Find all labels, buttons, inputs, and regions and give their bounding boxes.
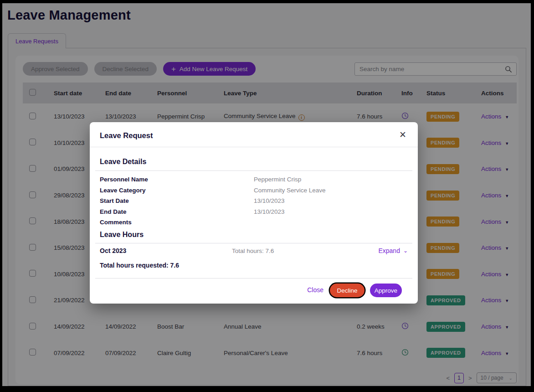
expand-link[interactable]: Expand ⌄ — [378, 247, 408, 254]
field-value: 13/10/2023 — [254, 197, 285, 204]
modal-field-row: Comments — [100, 217, 408, 228]
modal-field-row: Personnel NamePeppermint Crisp — [100, 174, 408, 185]
field-label: Personnel Name — [100, 176, 254, 183]
leave-hours-divider — [95, 243, 412, 243]
modal-header-divider — [90, 147, 418, 147]
field-label: End Date — [100, 208, 254, 215]
leave-request-modal: Leave Request ✕ Leave Details Personnel … — [90, 122, 418, 304]
modal-footer: Close Decline Approve — [90, 284, 418, 297]
modal-field-row: Start Date13/10/2023 — [100, 196, 408, 206]
decline-button[interactable]: Decline — [330, 284, 365, 297]
field-label: Comments — [100, 219, 254, 226]
total-hours-requested: Total hours requested: 7.6 — [100, 262, 179, 269]
hours-total: Total hours: 7.6 — [232, 248, 274, 254]
field-value: Community Service Leave — [254, 187, 326, 194]
hours-month: Oct 2023 — [100, 247, 126, 254]
field-value: Peppermint Crisp — [254, 176, 301, 183]
leave-management-page: Leave Management Leave Requests Approve … — [2, 3, 531, 386]
modal-field-row: End Date13/10/2023 — [100, 206, 408, 217]
field-label: Leave Category — [100, 187, 254, 194]
leave-details-divider — [95, 170, 412, 171]
approve-button[interactable]: Approve — [370, 284, 402, 297]
chevron-down-icon: ⌄ — [403, 248, 408, 254]
expand-label: Expand — [378, 247, 400, 254]
modal-footer-divider — [95, 278, 412, 279]
field-label: Start Date — [100, 197, 254, 204]
modal-title: Leave Request — [100, 131, 153, 140]
modal-field-row: Leave CategoryCommunity Service Leave — [100, 185, 408, 196]
leave-hours-heading: Leave Hours — [100, 231, 144, 239]
field-value: 13/10/2023 — [254, 208, 285, 215]
close-link[interactable]: Close — [307, 286, 323, 294]
modal-fields: Personnel NamePeppermint CrispLeave Cate… — [100, 174, 408, 228]
leave-details-heading: Leave Details — [100, 158, 146, 166]
close-icon[interactable]: ✕ — [397, 129, 409, 140]
